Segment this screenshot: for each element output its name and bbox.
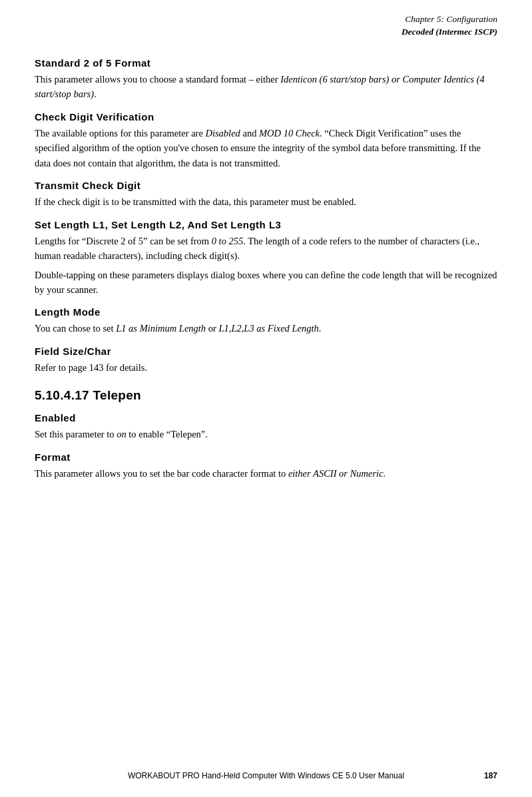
paragraph-set-length-1: Double-tapping on these parameters displ…: [35, 268, 497, 298]
section-heading-standard-2-of-5-format: Standard 2 of 5 Format: [35, 57, 497, 69]
paragraph-set-length-0: Lengths for “Discrete 2 of 5” can be set…: [35, 234, 497, 264]
paragraph-length-mode-0: You can chose to set L1 as Minimum Lengt…: [35, 321, 497, 336]
page-footer: WORKABOUT PRO Hand-Held Computer With Wi…: [0, 771, 532, 780]
paragraph-standard-2-of-5-format-0: This parameter allows you to choose a st…: [35, 72, 497, 102]
paragraph-check-digit-verification-0: The available options for this parameter…: [35, 126, 497, 170]
section-heading-field-size-char: Field Size/Char: [35, 346, 497, 357]
section-heading-transmit-check-digit: Transmit Check Digit: [35, 180, 497, 191]
section-heading-format: Format: [35, 451, 497, 463]
section-set-length: Set Length L1, Set Length L2, And Set Le…: [35, 219, 497, 298]
paragraph-enabled-0: Set this parameter to on to enable “Tele…: [35, 427, 497, 441]
section-heading-set-length: Set Length L1, Set Length L2, And Set Le…: [35, 219, 497, 230]
section-telepen-section: 5.10.4.17 Telepen: [35, 388, 497, 403]
paragraph-format-0: This parameter allows you to set the bar…: [35, 466, 497, 481]
section-enabled: EnabledSet this parameter to on to enabl…: [35, 412, 497, 441]
footer-page-number: 187: [484, 771, 497, 780]
page-container: Chapter 5: Configuration Decoded (Interm…: [0, 0, 532, 797]
paragraph-field-size-char-0: Refer to page 143 for details.: [35, 360, 497, 375]
section-check-digit-verification: Check Digit VerificationThe available op…: [35, 111, 497, 170]
section-transmit-check-digit: Transmit Check DigitIf the check digit i…: [35, 180, 497, 209]
section-length-mode: Length ModeYou can chose to set L1 as Mi…: [35, 306, 497, 336]
section-field-size-char: Field Size/CharRefer to page 143 for det…: [35, 346, 497, 375]
page-header: Chapter 5: Configuration Decoded (Interm…: [35, 13, 497, 39]
header-chapter: Chapter 5: Configuration: [35, 13, 497, 26]
header-section: Decoded (Intermec ISCP): [35, 26, 497, 39]
section-standard-2-of-5-format: Standard 2 of 5 FormatThis parameter all…: [35, 57, 497, 102]
main-content: Standard 2 of 5 FormatThis parameter all…: [35, 57, 497, 481]
section-heading-length-mode: Length Mode: [35, 306, 497, 318]
section-heading-check-digit-verification: Check Digit Verification: [35, 111, 497, 123]
section-format: FormatThis parameter allows you to set t…: [35, 451, 497, 481]
section-heading-telepen-section: 5.10.4.17 Telepen: [35, 388, 497, 403]
paragraph-transmit-check-digit-0: If the check digit is to be transmitted …: [35, 194, 497, 209]
section-heading-enabled: Enabled: [35, 412, 497, 423]
footer-text: WORKABOUT PRO Hand-Held Computer With Wi…: [35, 771, 497, 780]
